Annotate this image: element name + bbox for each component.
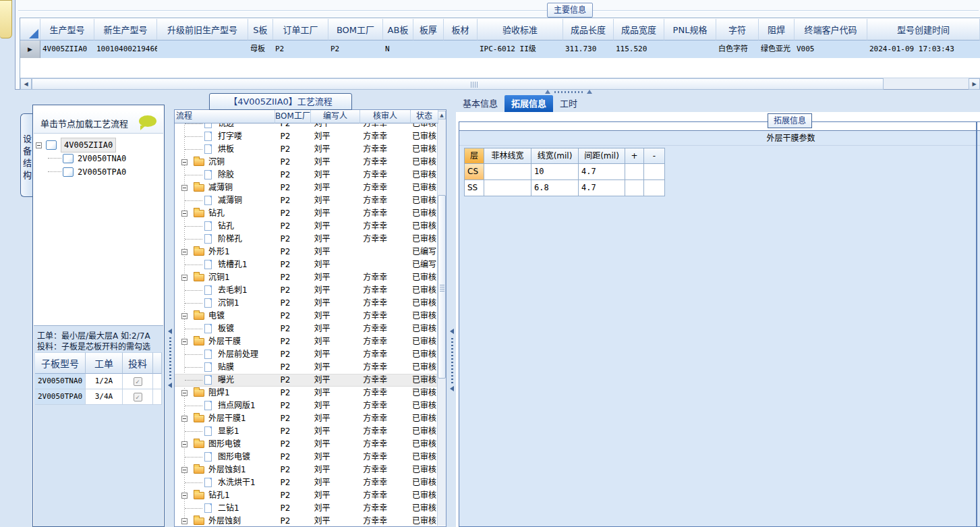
- column-header[interactable]: 成品宽度: [614, 19, 664, 40]
- process-row[interactable]: 板镀P2刘平方幸幸已审核: [175, 323, 438, 335]
- column-header[interactable]: 板厚: [413, 19, 444, 40]
- scrollbar-thumb[interactable]: [438, 195, 446, 379]
- column-header[interactable]: 型号创建时间: [867, 19, 980, 40]
- column-header[interactable]: 核审人: [360, 110, 411, 123]
- table-row[interactable]: ▶4V005ZIIA010010400219466母板P2P2NIPC-6012…: [20, 40, 980, 58]
- process-row[interactable]: 外形1P2刘平已编写: [175, 246, 438, 258]
- process-row[interactable]: 烘板P2刘平方幸幸已审核: [175, 143, 438, 156]
- right-vertical-splitter[interactable]: [448, 94, 456, 527]
- checkbox-checked-icon[interactable]: ✓: [134, 377, 142, 386]
- column-header[interactable]: 新生产型号: [94, 19, 157, 40]
- horizontal-splitter[interactable]: [545, 90, 594, 94]
- scroll-left-icon[interactable]: ◀: [20, 78, 32, 90]
- collapsed-side-panel[interactable]: [0, 0, 12, 38]
- process-row[interactable]: 减薄铜P2刘平方幸幸已审核: [175, 194, 438, 207]
- process-row[interactable]: 外层前处理P2刘平方幸幸已审核: [175, 348, 438, 361]
- process-row[interactable]: 外层蚀刻P2刘平方幸幸已审核: [175, 515, 438, 526]
- vertical-scrollbar[interactable]: ▲: [437, 111, 446, 526]
- process-row[interactable]: 外层干膜1P2刘平方幸幸已审核: [175, 412, 438, 425]
- column-header[interactable]: 终端客户代码: [795, 19, 867, 40]
- tab-process-flow[interactable]: 【4V005ZIIA0】工艺流程: [209, 93, 352, 110]
- tree-item[interactable]: 2V0050TNA0: [36, 151, 163, 165]
- column-header[interactable]: S板: [248, 19, 273, 40]
- expander-icon[interactable]: [181, 493, 188, 499]
- expander-icon[interactable]: [181, 467, 188, 473]
- process-row[interactable]: 打字喽P2刘平方幸幸已审核: [175, 130, 438, 143]
- process-row[interactable]: 外层蚀刻1P2刘平方幸幸已审核: [175, 464, 438, 476]
- process-row[interactable]: 水洗烘干1P2刘平方幸幸已审核: [175, 476, 438, 489]
- process-row[interactable]: 图形电镀P2刘平方幸幸已审核: [175, 451, 438, 464]
- scroll-right-icon[interactable]: ▶: [969, 78, 980, 90]
- process-row[interactable]: 沉铜1P2刘平方幸幸已审核: [175, 271, 438, 284]
- expander-icon[interactable]: [181, 249, 188, 255]
- process-row[interactable]: 显影1P2刘平方幸幸已审核: [175, 425, 438, 438]
- column-header[interactable]: 子板型号: [35, 352, 86, 374]
- process-row[interactable]: 除胶P2刘平方幸幸已审核: [175, 169, 438, 182]
- column-header[interactable]: 菲林线宽: [484, 148, 531, 164]
- horizontal-scrollbar[interactable]: ◀ ▶: [20, 78, 980, 89]
- table-row[interactable]: CS104.7: [465, 164, 665, 180]
- column-header[interactable]: 编写人: [311, 110, 360, 123]
- column-header[interactable]: BOM工厂: [328, 19, 383, 40]
- process-row[interactable]: 电镀P2刘平方幸幸已审核: [175, 310, 438, 323]
- expander-icon[interactable]: [181, 275, 188, 281]
- param-value-cell[interactable]: [625, 164, 644, 180]
- column-header[interactable]: 验收标准: [478, 19, 563, 40]
- process-row[interactable]: 钻孔P2刘平方幸幸已审核: [175, 207, 438, 220]
- expander-icon[interactable]: [181, 339, 188, 345]
- expander-icon[interactable]: [181, 441, 188, 447]
- process-row[interactable]: 铣边P2刘平方幸幸已审核: [175, 123, 438, 130]
- tab-main-info[interactable]: 主要信息: [547, 3, 593, 18]
- process-row[interactable]: 挡点网版1P2刘平方幸幸已审核: [175, 399, 438, 412]
- process-row[interactable]: 阻焊1P2刘平方幸幸已审核: [175, 387, 438, 399]
- scroll-up-icon[interactable]: ▲: [438, 111, 446, 119]
- process-row[interactable]: 外层干膜P2刘平方幸幸已审核: [175, 335, 438, 348]
- expander-icon[interactable]: [181, 185, 188, 191]
- column-header[interactable]: 层: [465, 148, 484, 164]
- process-row[interactable]: 铣槽孔1P2刘平已编写: [175, 258, 438, 271]
- checkbox-checked-icon[interactable]: ✓: [134, 393, 142, 401]
- process-row[interactable]: 沉铜1P2刘平方幸幸已审核: [175, 297, 438, 310]
- column-header[interactable]: AB板: [383, 19, 413, 40]
- param-value-cell[interactable]: [625, 180, 644, 196]
- table-row[interactable]: SS6.84.7: [465, 180, 665, 196]
- process-row[interactable]: 沉铜P2刘平方幸幸已审核: [175, 156, 438, 169]
- column-header[interactable]: PNL规格: [664, 19, 716, 40]
- expander-icon[interactable]: [36, 142, 42, 148]
- process-row[interactable]: 阶梯孔P2刘平方幸幸已审核: [175, 233, 438, 246]
- expander-icon[interactable]: [181, 416, 188, 422]
- column-header[interactable]: 投料: [123, 352, 153, 374]
- process-row[interactable]: 钻孔1P2刘平方幸幸已审核: [175, 489, 438, 502]
- column-header[interactable]: 生产型号: [40, 19, 94, 40]
- process-row[interactable]: 钻孔P2刘平方幸幸已审核: [175, 220, 438, 233]
- scrollbar-thumb[interactable]: [32, 78, 884, 90]
- column-header[interactable]: 升级前旧生产型号: [157, 19, 248, 40]
- process-row[interactable]: 二钻1P2刘平方幸幸已审核: [175, 502, 438, 515]
- column-header[interactable]: 字符: [716, 19, 759, 40]
- tab-basic-info[interactable]: 基本信息: [456, 95, 505, 112]
- left-vertical-splitter[interactable]: [166, 94, 174, 527]
- expander-icon[interactable]: [181, 518, 188, 524]
- column-header[interactable]: -: [644, 148, 665, 164]
- column-header[interactable]: BOM工厂: [275, 110, 311, 123]
- column-header[interactable]: 订单工厂: [273, 19, 328, 40]
- tab-extended-info[interactable]: 拓展信息: [505, 95, 553, 112]
- table-row[interactable]: 2V0050TNA01/2A✓: [35, 374, 162, 389]
- expander-icon[interactable]: [181, 390, 188, 396]
- column-header[interactable]: 状态: [411, 110, 438, 123]
- process-row[interactable]: 减薄铜P2刘平方幸幸已审核: [175, 182, 438, 194]
- column-header[interactable]: 线宽(mil): [531, 148, 579, 164]
- column-header[interactable]: 成品长度: [563, 19, 614, 40]
- tree-item[interactable]: 2V0050TPA0: [36, 165, 163, 178]
- column-header[interactable]: 阻焊: [759, 19, 795, 40]
- param-value-cell[interactable]: [644, 180, 665, 196]
- tab-work-hours[interactable]: 工时: [553, 95, 584, 112]
- column-header[interactable]: 流程: [175, 110, 275, 123]
- column-header[interactable]: +: [625, 148, 644, 164]
- expander-icon[interactable]: [181, 313, 188, 319]
- process-row[interactable]: 贴膜P2刘平方幸幸已审核: [175, 361, 438, 374]
- expander-icon[interactable]: [181, 159, 188, 165]
- process-row[interactable]: 曝光P2刘平方幸幸已审核: [175, 374, 438, 387]
- column-header[interactable]: 间距(mil): [579, 148, 625, 164]
- expander-icon[interactable]: [181, 211, 188, 217]
